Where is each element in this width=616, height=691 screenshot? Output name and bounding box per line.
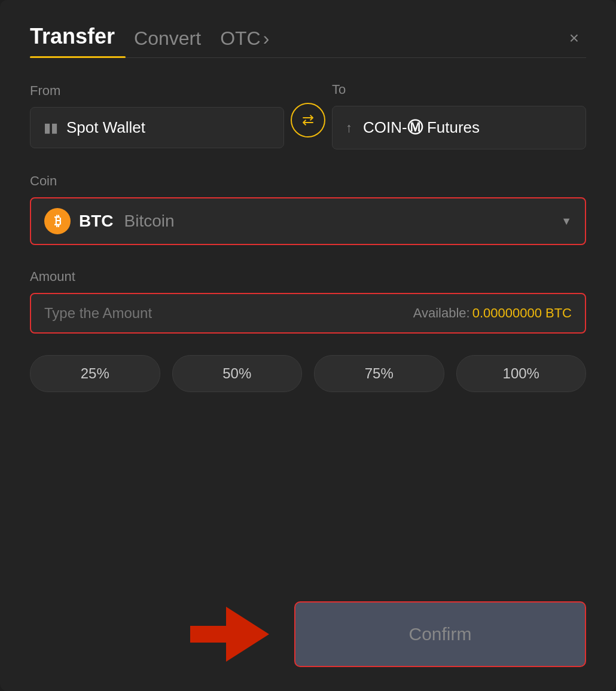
swap-button-wrapper: ⇄: [284, 103, 332, 137]
from-column: From ▮▮ Spot Wallet: [30, 83, 284, 148]
coin-label: Coin: [30, 173, 586, 189]
from-wallet-name: Spot Wallet: [66, 118, 145, 137]
coin-full-name: Bitcoin: [124, 212, 175, 231]
modal-header: Transfer Convert OTC › ×: [30, 24, 586, 53]
confirm-section: Confirm: [30, 601, 586, 667]
btc-icon: ₿: [44, 208, 71, 234]
from-to-row: From ▮▮ Spot Wallet ⇄ To ↑ COIN-Ⓜ Future…: [30, 82, 586, 149]
swap-icon: ⇄: [302, 112, 314, 129]
transfer-modal: Transfer Convert OTC › × From ▮▮ Spot Wa…: [0, 0, 616, 691]
amount-input-container: Available: 0.00000000 BTC: [30, 293, 586, 334]
from-to-section: From ▮▮ Spot Wallet ⇄ To ↑ COIN-Ⓜ Future…: [30, 82, 586, 149]
coin-selector[interactable]: ₿ BTC Bitcoin ▼: [30, 197, 586, 245]
amount-label: Amount: [30, 269, 586, 285]
tab-group: Transfer Convert OTC ›: [30, 24, 562, 53]
to-wallet-selector[interactable]: ↑ COIN-Ⓜ Futures: [332, 106, 586, 149]
tab-convert[interactable]: Convert: [134, 27, 201, 50]
futures-icon: ↑: [346, 120, 352, 136]
from-wallet-selector[interactable]: ▮▮ Spot Wallet: [30, 107, 284, 148]
available-label: Available:: [413, 305, 470, 321]
wallet-icon: ▮▮: [44, 120, 58, 136]
percent-100-button[interactable]: 100%: [456, 355, 587, 392]
confirm-button[interactable]: Confirm: [294, 601, 586, 667]
arrow-head: [226, 607, 269, 662]
from-label: From: [30, 83, 284, 99]
amount-section: Amount Available: 0.00000000 BTC: [30, 269, 586, 334]
to-wallet-name: COIN-Ⓜ Futures: [363, 117, 480, 138]
dropdown-arrow-icon: ▼: [561, 215, 572, 228]
coin-section: Coin ₿ BTC Bitcoin ▼: [30, 173, 586, 245]
percent-25-button[interactable]: 25%: [30, 355, 160, 392]
tab-transfer[interactable]: Transfer: [30, 24, 115, 53]
amount-input[interactable]: [44, 305, 413, 322]
percent-50-button[interactable]: 50%: [172, 355, 303, 392]
tab-otc[interactable]: OTC ›: [220, 27, 269, 50]
close-button[interactable]: ×: [562, 26, 586, 50]
percent-75-button[interactable]: 75%: [314, 355, 444, 392]
arrow-tail: [190, 626, 226, 643]
tab-divider: [30, 57, 586, 58]
arrow-indicator: [190, 607, 269, 662]
coin-symbol: BTC: [79, 212, 114, 231]
swap-button[interactable]: ⇄: [291, 103, 325, 137]
to-label: To: [332, 82, 586, 97]
to-column: To ↑ COIN-Ⓜ Futures: [332, 82, 586, 149]
percent-buttons-row: 25% 50% 75% 100%: [30, 355, 586, 392]
available-value: 0.00000000 BTC: [472, 305, 572, 321]
